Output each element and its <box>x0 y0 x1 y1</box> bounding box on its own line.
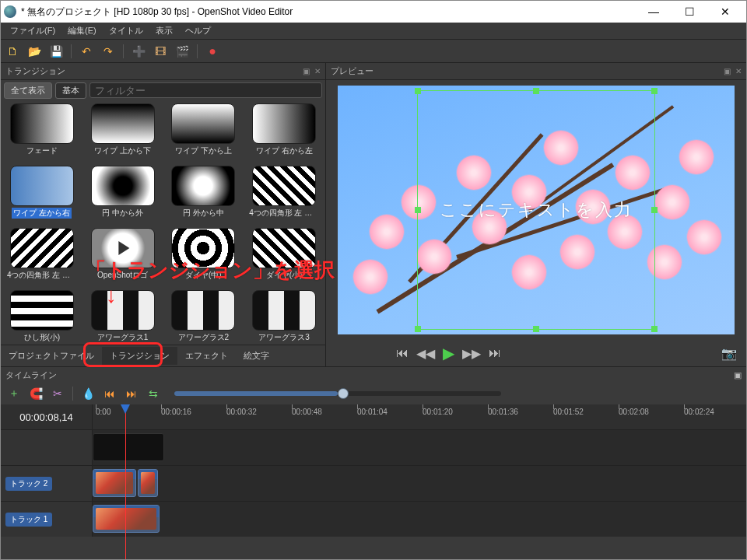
undo-button[interactable]: ↶ <box>78 43 95 60</box>
forward-button[interactable]: ▶▶ <box>462 346 481 361</box>
track-header[interactable]: トラック 2 <box>1 466 93 501</box>
transition-label: アワーグラス3 <box>258 332 310 343</box>
transition-item[interactable]: アワーグラス3 <box>244 290 324 345</box>
open-project-button[interactable]: 📂 <box>26 43 43 60</box>
transition-item[interactable]: ダイヤ(小) <box>244 228 324 289</box>
menu-edit[interactable]: 編集(E) <box>61 23 103 38</box>
maximize-button[interactable]: ☐ <box>672 1 707 23</box>
transition-item[interactable]: OpenShotロゴ <box>83 228 163 289</box>
clip[interactable]: ファッションセン… <box>93 505 160 533</box>
transition-label: アワーグラス1 <box>97 332 149 343</box>
filter-basic-button[interactable]: 基本 <box>55 82 86 99</box>
save-project-button[interactable]: 💾 <box>47 43 65 60</box>
tracks-area: トラック 299_12…9…トラック 1ファッションセン… <box>1 429 746 559</box>
clip[interactable]: 9… <box>138 469 158 497</box>
track-lane[interactable]: ファッションセン… <box>93 502 746 537</box>
annotation-arrow-icon: ↓ <box>106 283 117 308</box>
panel-close-icon[interactable]: ✕ <box>314 67 321 75</box>
redo-button[interactable]: ↷ <box>100 43 117 60</box>
transition-item[interactable]: ダイヤ(中) <box>164 228 244 289</box>
transition-label: ワイプ 上から下 <box>94 145 151 156</box>
track-row: トラック 1ファッションセン… <box>1 501 746 537</box>
transition-item[interactable]: ワイプ 上から下 <box>83 103 163 164</box>
annotation-highlight-box <box>83 342 163 367</box>
transitions-grid[interactable]: フェードワイプ 上から下ワイプ 下から上ワイプ 右から左ワイプ 左から右円 中か… <box>1 100 325 345</box>
separator <box>123 44 124 58</box>
menu-help[interactable]: ヘルプ <box>179 23 217 38</box>
menu-title[interactable]: タイトル <box>103 23 149 38</box>
timeline-ruler[interactable]: 0:0000:00:1600:00:3200:00:4800:01:0400:0… <box>93 404 746 429</box>
transition-thumb <box>171 290 235 331</box>
transition-item[interactable]: ワイプ 右から左 <box>244 103 324 164</box>
razor-button[interactable]: ✂ <box>49 385 66 402</box>
transition-item[interactable]: アワーグラス1 <box>83 290 163 345</box>
close-button[interactable]: ✕ <box>707 1 743 23</box>
timeline-panel: タイムライン ▣ ＋ 🧲 ✂ 💧 ⏮ ⏭ ⇆ 00:00:08,14 0:000… <box>1 366 746 559</box>
ruler-tick: 00:02:08 <box>619 408 649 416</box>
tab-emoji[interactable]: 絵文字 <box>236 347 277 365</box>
transition-thumb <box>91 228 155 268</box>
main-row: トランジション ▣ ✕ 全て表示 基本 フェードワイプ 上から下ワイプ 下から上… <box>1 63 746 366</box>
menu-view[interactable]: 表示 <box>149 23 179 38</box>
import-button[interactable]: ➕ <box>130 43 147 60</box>
snapshot-button[interactable]: 📷 <box>721 346 737 361</box>
snap-button[interactable]: 🧲 <box>27 385 44 402</box>
filter-input[interactable] <box>89 82 322 98</box>
transition-item[interactable]: 4つの四角形 左 バー <box>2 228 82 289</box>
prev-marker-button[interactable]: ⏮ <box>101 385 118 402</box>
export-button[interactable]: 🎬 <box>174 43 191 60</box>
minimize-button[interactable]: — <box>636 1 672 23</box>
play-button[interactable]: ▶ <box>443 344 454 362</box>
clip-thumb <box>96 472 133 494</box>
track-lane[interactable] <box>93 430 746 465</box>
tab-effects[interactable]: エフェクト <box>177 347 236 365</box>
transition-item[interactable]: 円 中から外 <box>83 166 163 226</box>
track-header[interactable]: トラック 1 <box>1 502 93 537</box>
files-button[interactable]: 🎞 <box>152 43 169 60</box>
ruler-tick: 0:00 <box>96 408 110 416</box>
zoom-slider[interactable] <box>174 391 501 396</box>
preview-overlay-text: ここにテキストを入力 <box>440 198 633 222</box>
filter-all-button[interactable]: 全て表示 <box>4 82 52 99</box>
ruler-tick: 00:00:48 <box>292 408 322 416</box>
transition-item[interactable]: 円 外から中 <box>164 166 244 226</box>
transition-thumb <box>10 166 74 206</box>
timeline-tools: ＋ 🧲 ✂ 💧 ⏮ ⏭ ⇆ <box>1 383 746 404</box>
transition-item[interactable]: ひし形(小) <box>2 290 82 345</box>
transition-thumb <box>252 103 316 144</box>
jump-start-button[interactable]: ⏮ <box>396 346 409 360</box>
clip[interactable]: 99_12… <box>93 469 136 497</box>
add-track-button[interactable]: ＋ <box>5 385 23 402</box>
playhead[interactable] <box>125 404 126 429</box>
transition-item[interactable]: ワイプ 左から右 <box>2 166 82 226</box>
transition-label: OpenShotロゴ <box>97 270 148 281</box>
center-playhead-button[interactable]: ⇆ <box>145 385 162 402</box>
record-button[interactable]: ● <box>204 43 221 60</box>
transition-item[interactable]: 4つの四角形 左 バー <box>244 166 324 226</box>
menu-file[interactable]: ファイル(F) <box>4 23 61 38</box>
undock-icon[interactable]: ▣ <box>303 67 310 75</box>
jump-end-button[interactable]: ⏭ <box>489 346 501 360</box>
new-project-button[interactable]: 🗋 <box>4 43 21 60</box>
undock-icon[interactable]: ▣ <box>724 67 731 75</box>
next-marker-button[interactable]: ⏭ <box>123 385 140 402</box>
transition-item[interactable]: アワーグラス2 <box>164 290 244 345</box>
add-marker-button[interactable]: 💧 <box>79 385 96 402</box>
track-lane[interactable]: 99_12…9… <box>93 466 746 501</box>
transition-thumb <box>10 228 74 268</box>
transition-item[interactable]: ワイプ 下から上 <box>164 103 244 164</box>
track-name: トラック 1 <box>5 513 52 527</box>
rewind-button[interactable]: ◀◀ <box>416 346 435 361</box>
clip[interactable] <box>93 433 164 461</box>
transition-label: 4つの四角形 左 バー <box>7 270 77 281</box>
left-tabs: プロジェクトファイル トランジション エフェクト 絵文字 <box>1 345 325 366</box>
undock-icon[interactable]: ▣ <box>734 370 742 380</box>
track-header[interactable] <box>1 430 93 465</box>
ruler-tick: 00:00:32 <box>226 408 257 416</box>
transition-item[interactable]: フェード <box>2 103 82 164</box>
transition-thumb <box>171 166 235 206</box>
panel-close-icon[interactable]: ✕ <box>735 67 742 75</box>
ruler-tick: 00:01:20 <box>423 408 453 416</box>
app-icon <box>4 5 16 18</box>
preview-viewport[interactable]: ここにテキストを入力 <box>326 80 746 340</box>
